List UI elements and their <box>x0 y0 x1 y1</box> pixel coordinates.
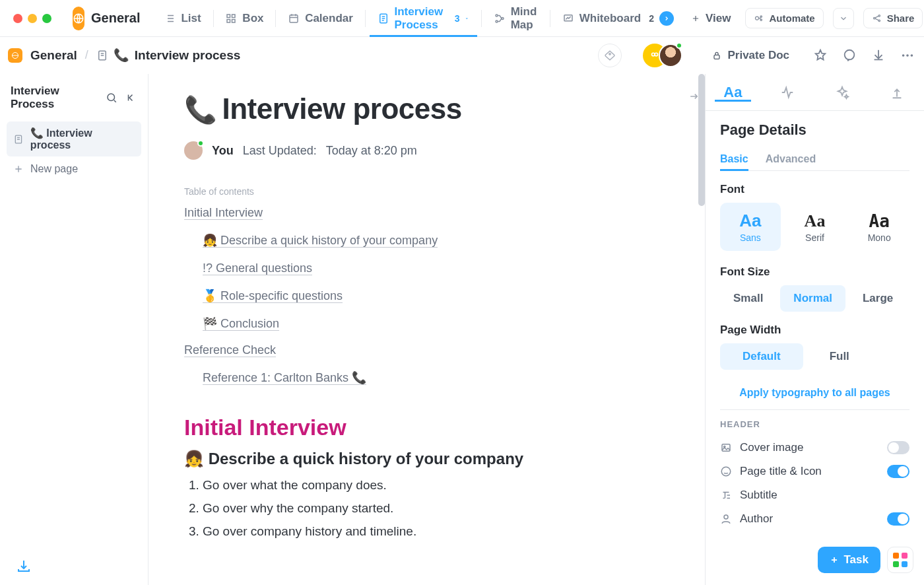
section-heading[interactable]: Initial Interview <box>184 415 597 440</box>
svg-point-9 <box>502 17 504 19</box>
privacy-label: Private Doc <box>727 49 789 62</box>
svg-point-11 <box>756 17 759 20</box>
tab-label: Mind Map <box>511 5 538 32</box>
svg-point-7 <box>496 15 498 17</box>
svg-point-23 <box>845 50 855 59</box>
size-normal[interactable]: Normal <box>780 285 845 312</box>
list-item[interactable]: Go over what the company does. <box>203 473 597 497</box>
workspace-icon-small[interactable] <box>8 48 22 63</box>
font-preview: Aa <box>805 211 826 231</box>
font-size-title: Font Size <box>720 265 909 279</box>
workspace-icon[interactable] <box>73 7 84 30</box>
breadcrumb-root[interactable]: General <box>30 48 77 63</box>
toc-link[interactable]: !? General questions <box>203 261 312 275</box>
switch-page-title[interactable] <box>887 465 909 478</box>
page-title[interactable]: 📞Interview process <box>184 92 597 125</box>
header-section-title: HEADER <box>720 419 909 429</box>
toc-link[interactable]: 👧 Describe a quick history of your compa… <box>203 234 438 248</box>
toc-link[interactable]: 🥇 Role-specific questions <box>203 289 343 303</box>
apps-button[interactable] <box>887 547 913 573</box>
automate-options-button[interactable] <box>833 8 854 29</box>
scroll-right-icon[interactable] <box>659 11 674 26</box>
list-item[interactable]: Go over company history and timeline. <box>203 520 597 543</box>
open-right-panel-icon[interactable] <box>688 90 701 103</box>
list-item[interactable]: Go over why the company started. <box>203 497 597 520</box>
svg-point-8 <box>496 20 498 22</box>
presence-dot-icon <box>676 42 682 49</box>
add-view-button[interactable]: View <box>686 12 736 25</box>
tab-interview-process[interactable]: Interview Process 3 <box>366 0 482 36</box>
typography-icon: Aa <box>723 84 742 101</box>
tab-list[interactable]: List <box>152 0 213 36</box>
toc-link[interactable]: 🏁 Conclusion <box>203 317 279 331</box>
svg-point-26 <box>911 54 913 57</box>
font-preview: Aa <box>869 211 890 231</box>
user-icon <box>720 513 732 525</box>
avatar[interactable] <box>184 141 203 160</box>
subtab-basic[interactable]: Basic <box>720 148 748 170</box>
search-icon[interactable] <box>106 92 117 104</box>
width-full[interactable]: Full <box>807 343 872 370</box>
ordered-list[interactable]: Go over what the company does. Go over w… <box>187 473 597 543</box>
tab-ai[interactable] <box>815 85 870 100</box>
sidebar-title: Interview Process <box>11 85 98 111</box>
sidebar-item-new-page[interactable]: New page <box>7 158 141 180</box>
toc-link[interactable]: Reference 1: Carlton Banks 📞 <box>203 371 366 385</box>
right-panel: Aa Page Details Basic Advanced Font Aa <box>705 74 924 585</box>
tag-button[interactable] <box>598 44 622 67</box>
tab-whiteboard[interactable]: Whiteboard 2 <box>550 0 686 36</box>
close-window-icon[interactable] <box>13 14 22 23</box>
window-controls <box>5 14 57 23</box>
presence-avatars[interactable] <box>643 44 667 67</box>
smile-icon <box>720 465 732 477</box>
share-button[interactable]: Share <box>863 8 923 28</box>
tab-label: Whiteboard <box>579 12 642 25</box>
sidebar-item-label: New page <box>30 163 78 175</box>
width-default[interactable]: Default <box>720 343 803 370</box>
apply-typography-link[interactable]: Apply typography to all pages <box>720 382 909 410</box>
download-icon[interactable] <box>871 48 886 63</box>
tab-label: Box <box>242 12 263 25</box>
font-sans-option[interactable]: Aa Sans <box>720 203 781 251</box>
switch-author[interactable] <box>887 512 909 526</box>
sidebar-item-interview-process[interactable]: 📞 Interview process <box>7 121 141 156</box>
toc-link[interactable]: Initial Interview <box>184 206 263 220</box>
chevron-down-icon[interactable] <box>465 15 469 22</box>
font-label: Sans <box>740 232 761 243</box>
star-icon[interactable] <box>813 48 828 63</box>
fullscreen-window-icon[interactable] <box>42 14 51 23</box>
tab-label: List <box>181 12 201 25</box>
switch-cover-image[interactable] <box>887 441 909 454</box>
size-small[interactable]: Small <box>720 285 776 312</box>
collapse-sidebar-icon[interactable] <box>125 92 137 104</box>
privacy-button[interactable]: Private Doc <box>711 49 789 62</box>
comment-icon[interactable] <box>842 48 857 63</box>
font-serif-option[interactable]: Aa Serif <box>785 203 845 251</box>
subtab-advanced[interactable]: Advanced <box>766 148 816 170</box>
tab-calendar[interactable]: Calendar <box>276 0 365 36</box>
more-icon[interactable] <box>900 48 915 63</box>
subsection-heading[interactable]: 👧 Describe a quick history of your compa… <box>184 450 597 468</box>
tab-activity[interactable] <box>760 85 815 100</box>
left-sidebar: Interview Process 📞 Interview process Ne… <box>0 74 148 585</box>
workspace-name[interactable]: General <box>91 11 140 26</box>
font-mono-option[interactable]: Aa Mono <box>849 203 909 251</box>
text-icon <box>720 489 732 501</box>
new-task-button[interactable]: Task <box>818 547 881 573</box>
svg-point-14 <box>873 17 875 19</box>
minimize-window-icon[interactable] <box>28 14 37 23</box>
font-label: Mono <box>868 232 891 243</box>
presence-dot-icon <box>197 140 204 147</box>
tab-mind-map[interactable]: Mind Map <box>482 0 550 36</box>
import-button[interactable] <box>16 559 32 574</box>
size-large[interactable]: Large <box>849 285 906 312</box>
tab-box[interactable]: Box <box>213 0 275 36</box>
right-panel-tabs: Aa <box>706 74 924 111</box>
automate-button[interactable]: Automate <box>745 8 823 28</box>
svg-point-19 <box>609 53 610 54</box>
svg-rect-29 <box>722 444 730 452</box>
toc-link[interactable]: Reference Check <box>184 343 276 357</box>
tab-export[interactable] <box>869 85 924 100</box>
tab-typography[interactable]: Aa <box>706 84 760 101</box>
breadcrumb-doc[interactable]: 📞 Interview process <box>96 48 241 63</box>
